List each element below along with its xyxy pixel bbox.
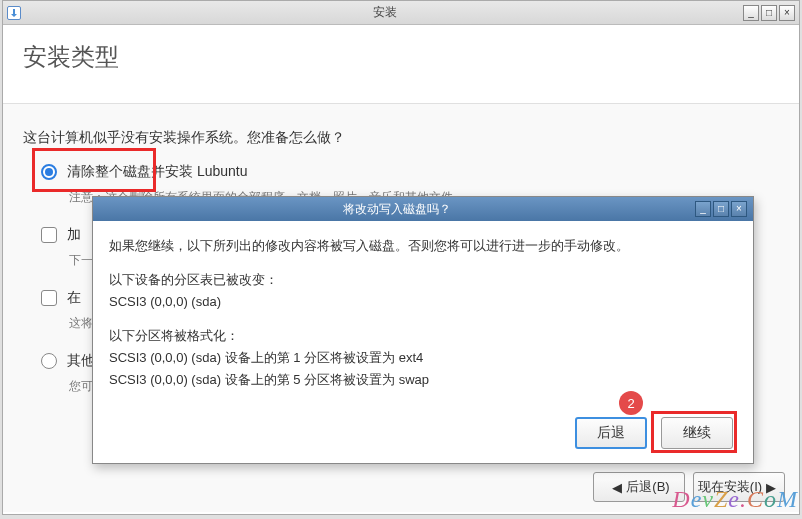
dialog-minimize-button[interactable]: _ [695, 201, 711, 217]
close-button[interactable]: × [779, 5, 795, 21]
dialog-body: 如果您继续，以下所列出的修改内容将被写入磁盘。否则您将可以进行进一步的手动修改。… [93, 221, 753, 418]
main-titlebar[interactable]: 安装 _ □ × [3, 1, 799, 25]
option-label: 其他 [67, 352, 95, 370]
dialog-title: 将改动写入磁盘吗？ [99, 201, 695, 218]
chevron-left-icon: ◀ [612, 480, 622, 495]
format-line: SCSI3 (0,0,0) (sda) 设备上的第 1 分区将被设置为 ext4 [109, 347, 737, 369]
main-window-controls: _ □ × [743, 5, 795, 21]
minimize-button[interactable]: _ [743, 5, 759, 21]
option-erase-disk[interactable]: 清除整个磁盘并安装 Lubuntu [41, 163, 779, 181]
dialog-window-controls: _ □ × [695, 201, 747, 217]
maximize-button[interactable]: □ [761, 5, 777, 21]
device-list: 以下设备的分区表已被改变： SCSI3 (0,0,0) (sda) [109, 269, 737, 313]
format-list: 以下分区将被格式化： SCSI3 (0,0,0) (sda) 设备上的第 1 分… [109, 325, 737, 391]
checkbox-icon [41, 227, 57, 243]
radio-icon [41, 164, 57, 180]
radio-icon [41, 353, 57, 369]
annotation-badge-2: 2 [619, 391, 643, 415]
option-label: 清除整个磁盘并安装 Lubuntu [67, 163, 248, 181]
install-prompt: 这台计算机似乎没有安装操作系统。您准备怎么做？ [23, 103, 779, 163]
dialog-continue-button[interactable]: 继续 [661, 417, 733, 449]
dialog-close-button[interactable]: × [731, 201, 747, 217]
dialog-titlebar[interactable]: 将改动写入磁盘吗？ _ □ × [93, 197, 753, 221]
app-icon [7, 6, 21, 20]
page-title: 安装类型 [3, 25, 799, 103]
device-line: SCSI3 (0,0,0) (sda) [109, 291, 737, 313]
option-label: 加 [67, 226, 81, 244]
dialog-intro: 如果您继续，以下所列出的修改内容将被写入磁盘。否则您将可以进行进一步的手动修改。 [109, 235, 737, 257]
dialog-actions: 后退 继续 [575, 417, 733, 449]
dialog-back-button[interactable]: 后退 [575, 417, 647, 449]
device-heading: 以下设备的分区表已被改变： [109, 269, 737, 291]
checkbox-icon [41, 290, 57, 306]
format-line: SCSI3 (0,0,0) (sda) 设备上的第 5 分区将被设置为 swap [109, 369, 737, 391]
confirm-dialog: 将改动写入磁盘吗？ _ □ × 如果您继续，以下所列出的修改内容将被写入磁盘。否… [92, 196, 754, 464]
dialog-maximize-button[interactable]: □ [713, 201, 729, 217]
option-label: 在 [67, 289, 81, 307]
format-heading: 以下分区将被格式化： [109, 325, 737, 347]
back-label: 后退(B) [626, 478, 669, 496]
main-window-title: 安装 [27, 4, 743, 21]
watermark: DevZe.CoM [672, 486, 798, 513]
